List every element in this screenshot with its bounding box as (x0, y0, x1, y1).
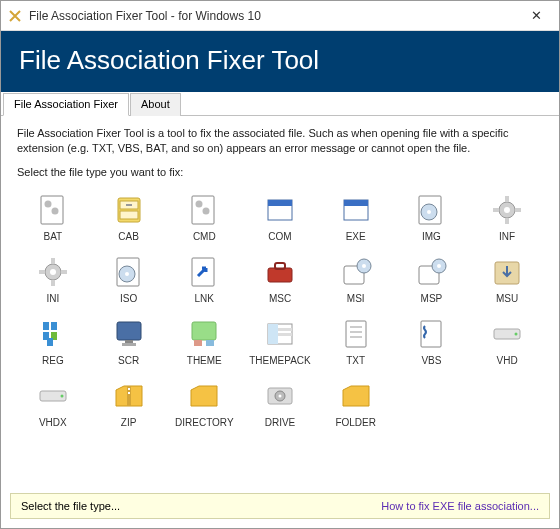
close-icon: ✕ (531, 8, 542, 23)
titlebar: File Association Fixer Tool - for Window… (1, 1, 559, 31)
installer-icon (415, 256, 447, 288)
file-type-scr[interactable]: SCR (93, 314, 165, 370)
file-type-label: DRIVE (265, 417, 296, 428)
file-type-label: LNK (195, 293, 214, 304)
update-box-icon (491, 256, 523, 288)
file-type-themepack[interactable]: THEMEPACK (244, 314, 316, 370)
file-type-msc[interactable]: MSC (244, 252, 316, 308)
file-type-ini[interactable]: INI (17, 252, 89, 308)
content-area: File Association Fixer Tool is a tool to… (1, 116, 559, 446)
file-type-txt[interactable]: TXT (320, 314, 392, 370)
file-type-label: MSI (347, 293, 365, 304)
file-type-vhd[interactable]: VHD (471, 314, 543, 370)
status-bar: Select the file type... How to fix EXE f… (10, 493, 550, 519)
folder-icon (188, 380, 220, 412)
file-type-label: THEMEPACK (249, 355, 311, 366)
file-type-label: ISO (120, 293, 137, 304)
status-text: Select the file type... (21, 500, 120, 512)
file-type-msi[interactable]: MSI (320, 252, 392, 308)
file-type-exe[interactable]: EXE (320, 190, 392, 246)
gear-page-icon (188, 194, 220, 226)
file-type-grid: BATCABCMDCOMEXEIMGINFINIISOLNKMSCMSIMSPM… (17, 190, 543, 432)
file-type-zip[interactable]: ZIP (93, 376, 165, 432)
file-type-iso[interactable]: ISO (93, 252, 165, 308)
description-text: File Association Fixer Tool is a tool to… (17, 126, 543, 156)
shortcut-icon (188, 256, 220, 288)
file-type-label: VBS (421, 355, 441, 366)
gear-icon (491, 194, 523, 226)
file-type-label: EXE (346, 231, 366, 242)
file-type-label: MSU (496, 293, 518, 304)
file-type-label: SCR (118, 355, 139, 366)
themepack-icon (264, 318, 296, 350)
zip-icon (113, 380, 145, 412)
file-type-msu[interactable]: MSU (471, 252, 543, 308)
close-button[interactable]: ✕ (514, 1, 559, 31)
file-type-label: ZIP (121, 417, 137, 428)
disc-page-icon (415, 194, 447, 226)
file-type-label: CMD (193, 231, 216, 242)
file-type-directory[interactable]: DIRECTORY (168, 376, 240, 432)
window-icon (264, 194, 296, 226)
file-type-lnk[interactable]: LNK (168, 252, 240, 308)
file-type-img[interactable]: IMG (396, 190, 468, 246)
file-type-label: REG (42, 355, 64, 366)
toolbox-icon (264, 256, 296, 288)
file-type-label: VHD (497, 355, 518, 366)
header-title: File Association Fixer Tool (19, 45, 541, 76)
theme-icon (188, 318, 220, 350)
file-type-label: FOLDER (335, 417, 376, 428)
file-type-label: INI (46, 293, 59, 304)
file-type-label: INF (499, 231, 515, 242)
file-type-theme[interactable]: THEME (168, 314, 240, 370)
window-icon (340, 194, 372, 226)
file-type-label: BAT (43, 231, 62, 242)
cabinet-icon (113, 194, 145, 226)
file-type-vhdx[interactable]: VHDX (17, 376, 89, 432)
drive-icon (37, 380, 69, 412)
file-type-label: TXT (346, 355, 365, 366)
file-type-bat[interactable]: BAT (17, 190, 89, 246)
help-link[interactable]: How to fix EXE file association... (381, 500, 539, 512)
tab-strip: File Association FixerAbout (1, 92, 559, 116)
file-type-label: THEME (187, 355, 222, 366)
disc-page-icon (113, 256, 145, 288)
window-title: File Association Fixer Tool - for Window… (29, 9, 514, 23)
drive-icon (491, 318, 523, 350)
file-type-label: CAB (118, 231, 139, 242)
app-icon (7, 8, 23, 24)
file-type-drive[interactable]: DRIVE (244, 376, 316, 432)
file-type-label: VHDX (39, 417, 67, 428)
script-icon (415, 318, 447, 350)
gear-page-icon (37, 194, 69, 226)
monitor-icon (113, 318, 145, 350)
file-type-cmd[interactable]: CMD (168, 190, 240, 246)
file-type-cab[interactable]: CAB (93, 190, 165, 246)
header: File Association Fixer Tool (1, 31, 559, 92)
file-type-label: IMG (422, 231, 441, 242)
tab-file-association-fixer[interactable]: File Association Fixer (3, 93, 129, 116)
registry-icon (37, 318, 69, 350)
file-type-vbs[interactable]: VBS (396, 314, 468, 370)
file-type-msp[interactable]: MSP (396, 252, 468, 308)
file-type-com[interactable]: COM (244, 190, 316, 246)
file-type-folder[interactable]: FOLDER (320, 376, 392, 432)
file-type-label: MSP (421, 293, 443, 304)
file-type-reg[interactable]: REG (17, 314, 89, 370)
file-type-label: DIRECTORY (175, 417, 234, 428)
folder-icon (340, 380, 372, 412)
file-type-label: COM (268, 231, 291, 242)
text-icon (340, 318, 372, 350)
file-type-label: MSC (269, 293, 291, 304)
select-instruction: Select the file type you want to fix: (17, 166, 543, 178)
harddrive-icon (264, 380, 296, 412)
installer-icon (340, 256, 372, 288)
tab-about[interactable]: About (130, 93, 181, 116)
gear-icon (37, 256, 69, 288)
file-type-inf[interactable]: INF (471, 190, 543, 246)
